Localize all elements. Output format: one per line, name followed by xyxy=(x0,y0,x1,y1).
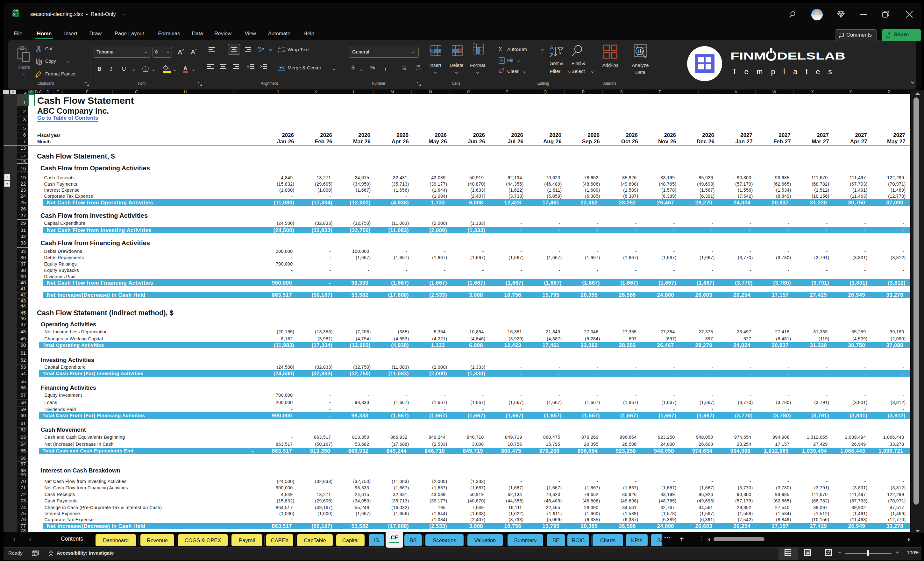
svg-text:A: A xyxy=(550,45,554,51)
svg-text:x: x xyxy=(14,12,16,16)
svg-text:ab: ab xyxy=(258,46,261,50)
svg-text:Z: Z xyxy=(550,52,553,58)
svg-text:c: c xyxy=(278,50,279,54)
svg-text:ab: ab xyxy=(278,46,281,50)
